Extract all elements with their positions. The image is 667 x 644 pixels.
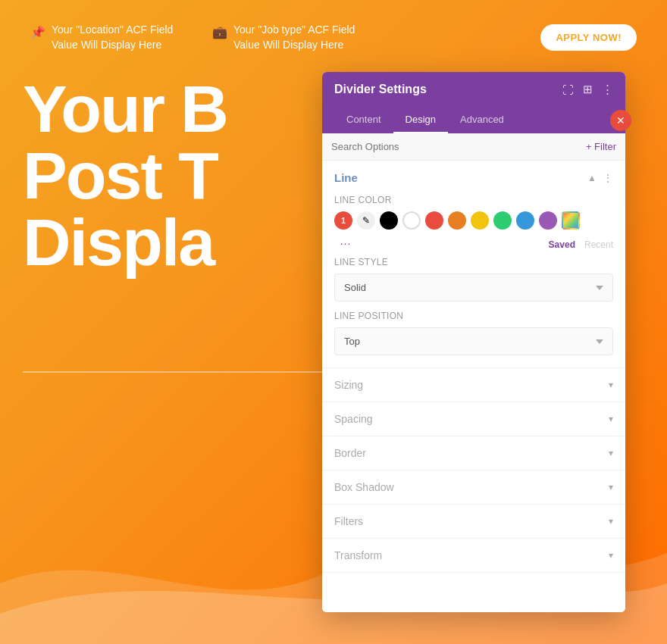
box-shadow-section-title: Box Shadow — [334, 481, 394, 493]
tab-design[interactable]: Design — [393, 107, 448, 133]
border-chevron: ▾ — [609, 448, 613, 458]
line-color-label: Line Color — [334, 195, 613, 205]
sizing-chevron: ▾ — [609, 380, 613, 390]
jobtype-field-text: Your "Job type" ACF Field Value Will Dis… — [233, 23, 364, 52]
filters-section-header[interactable]: Filters ▾ — [322, 505, 625, 538]
spacing-section-title: Spacing — [334, 413, 373, 425]
transform-chevron: ▾ — [609, 550, 613, 561]
apply-now-button[interactable]: APPLY NOW! — [540, 24, 637, 51]
box-shadow-chevron: ▾ — [609, 482, 613, 492]
panel-tabs: Content Design Advanced — [322, 107, 625, 133]
color-swatch-yellow[interactable] — [471, 211, 489, 230]
color-swatch-green[interactable] — [493, 211, 512, 230]
filters-chevron: ▾ — [609, 516, 613, 527]
color-swatch-black[interactable] — [380, 211, 398, 230]
divider-settings-panel: Divider Settings ⛶ ⊞ ⋮ Content Design Ad… — [322, 72, 625, 612]
line-section-title: Line — [334, 171, 358, 184]
jobtype-field-item: 💼 Your "Job type" ACF Field Value Will D… — [212, 23, 364, 52]
eyedropper-button[interactable]: ✎ — [357, 211, 375, 230]
color-swatch-row: 1 ✎ — [334, 211, 613, 230]
line-style-select[interactable]: Solid Dashed Dotted — [334, 274, 613, 302]
spacing-section-header[interactable]: Spacing ▾ — [322, 402, 625, 436]
color-number-badge: 1 — [334, 211, 352, 230]
tab-advanced[interactable]: Advanced — [448, 107, 516, 133]
topbar: 📌 Your "Location" ACF Field Value Will D… — [0, 23, 667, 52]
filters-section-title: Filters — [334, 515, 363, 527]
line-section-chevron-up: ▲ — [587, 173, 597, 183]
more-options-icon[interactable]: ⋮ — [602, 83, 613, 96]
transform-section: Transform ▾ — [322, 539, 625, 573]
border-section: Border ▾ — [322, 436, 625, 470]
columns-icon[interactable]: ⊞ — [583, 83, 593, 96]
transform-section-header[interactable]: Transform ▾ — [322, 539, 625, 572]
color-more-button[interactable]: ··· — [334, 236, 357, 251]
tab-content[interactable]: Content — [334, 107, 393, 133]
search-options-input[interactable] — [331, 141, 483, 152]
color-tab-recent[interactable]: Recent — [584, 239, 613, 250]
transform-section-title: Transform — [334, 549, 382, 561]
hero-line-2: Post T — [23, 142, 227, 209]
pin-icon: 📌 — [30, 24, 45, 41]
location-field-text: Your "Location" ACF Field Value Will Dis… — [52, 23, 182, 52]
briefcase-icon: 💼 — [212, 24, 227, 41]
line-section-header[interactable]: Line ▲ ⋮ — [322, 161, 625, 195]
color-swatch-white[interactable] — [402, 211, 421, 230]
box-shadow-section: Box Shadow ▾ — [322, 470, 625, 505]
line-position-label: Line Position — [334, 311, 613, 321]
hero-text: Your B Post T Displa — [23, 76, 227, 276]
hero-line-3: Displa — [23, 209, 227, 276]
hero-line-1: Your B — [23, 76, 227, 142]
color-swatch-purple[interactable] — [539, 211, 557, 230]
filters-section: Filters ▾ — [322, 505, 625, 539]
panel-body: Line ▲ ⋮ Line Color 1 ✎ — [322, 161, 625, 612]
bottom-spacer — [322, 573, 625, 612]
color-swatch-blue[interactable] — [516, 211, 534, 230]
border-section-header[interactable]: Border ▾ — [322, 436, 625, 470]
sizing-section: Sizing ▾ — [322, 368, 625, 402]
sizing-section-header[interactable]: Sizing ▾ — [322, 368, 625, 402]
color-swatch-red[interactable] — [425, 211, 443, 230]
color-swatch-orange[interactable] — [448, 211, 466, 230]
fullscreen-icon[interactable]: ⛶ — [562, 83, 574, 96]
search-bar: + Filter — [322, 133, 625, 161]
line-section: Line ▲ ⋮ Line Color 1 ✎ — [322, 161, 625, 368]
spacing-chevron: ▾ — [609, 414, 613, 424]
line-section-content: Line Color 1 ✎ ··· — [322, 195, 625, 367]
spacing-section: Spacing ▾ — [322, 402, 625, 436]
line-section-icons: ▲ ⋮ — [587, 172, 613, 184]
panel-header-actions: ⛶ ⊞ ⋮ — [562, 83, 613, 96]
line-style-label: Line Style — [334, 257, 613, 267]
line-position-select[interactable]: Top Center Bottom — [334, 327, 613, 355]
filter-button[interactable]: + Filter — [586, 141, 616, 152]
location-field-item: 📌 Your "Location" ACF Field Value Will D… — [30, 23, 182, 52]
color-tab-row: Saved Recent — [549, 239, 613, 250]
panel-title: Divider Settings — [334, 83, 427, 96]
bg-divider-line — [23, 371, 364, 373]
panel-header: Divider Settings ⛶ ⊞ ⋮ — [322, 72, 625, 107]
color-swatch-custom[interactable] — [562, 211, 580, 230]
line-section-more[interactable]: ⋮ — [603, 172, 613, 184]
sizing-section-title: Sizing — [334, 379, 363, 391]
panel-close-circle[interactable]: ✕ — [610, 110, 631, 131]
color-tab-saved[interactable]: Saved — [549, 239, 575, 250]
box-shadow-section-header[interactable]: Box Shadow ▾ — [322, 470, 625, 504]
border-section-title: Border — [334, 447, 366, 459]
